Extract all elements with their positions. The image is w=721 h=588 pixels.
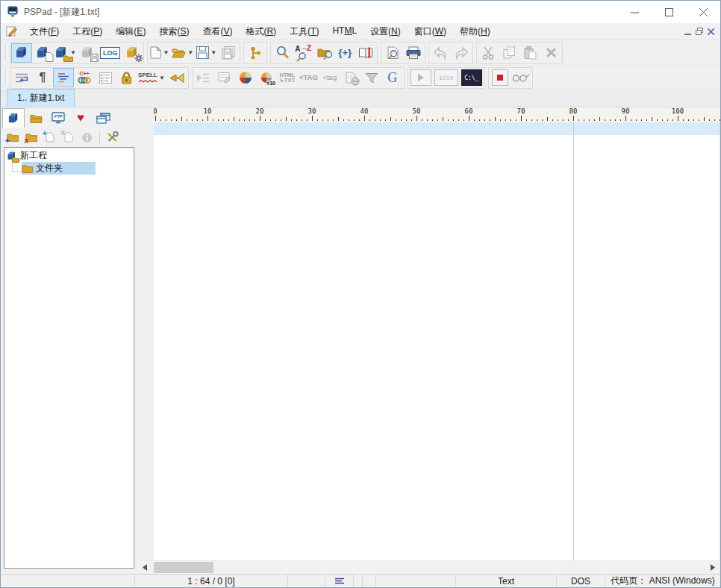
tree-item-folder[interactable]: 文件夹	[4, 162, 134, 175]
save-project-button[interactable]	[78, 43, 99, 63]
document-tab-active[interactable]: 1.. 新建1.txt	[7, 89, 75, 107]
panel-settings-button[interactable]	[104, 129, 121, 146]
scroll-right-arrow[interactable]	[706, 561, 720, 574]
log-button[interactable]: LOG	[99, 43, 122, 63]
copy-button[interactable]	[499, 43, 519, 63]
undo-button[interactable]	[430, 43, 451, 63]
plus-icon: +	[5, 137, 10, 145]
selected-tree-row[interactable]: 文件夹	[22, 162, 96, 175]
goto-braces-button[interactable]: {+}	[334, 43, 355, 63]
save-all-button[interactable]	[218, 43, 239, 63]
color-code-button[interactable]: #10	[256, 68, 277, 87]
maximize-button[interactable]	[652, 1, 686, 23]
record-icon	[497, 75, 503, 81]
close-button[interactable]	[686, 1, 720, 23]
sidebar-tab-favorites[interactable]: ♥	[69, 108, 92, 128]
lines-icon	[334, 578, 345, 584]
mdi-restore-icon[interactable]	[696, 28, 703, 35]
dropdown-arrow-icon: ▼	[210, 49, 216, 56]
project-settings-button[interactable]	[122, 43, 143, 63]
toolbar-grip[interactable]	[5, 69, 7, 86]
add-file-button[interactable]: +	[41, 129, 58, 146]
html-to-text-button[interactable]: HTML ↳TXT	[277, 68, 298, 87]
search-in-files-button[interactable]	[313, 43, 334, 63]
color-picker-button[interactable]	[235, 68, 256, 87]
sidebar-tab-files[interactable]	[25, 108, 47, 128]
highlighter-select-button[interactable]: C++	[74, 68, 95, 87]
code-explorer-button[interactable]	[245, 43, 266, 63]
new-file-button[interactable]: ▼	[149, 43, 170, 63]
binary-view-button[interactable]: 1010	[433, 68, 460, 87]
horizontal-scrollbar[interactable]	[137, 560, 720, 574]
text-editor[interactable]	[154, 122, 720, 560]
google-search-button[interactable]: G	[382, 68, 403, 87]
ruler-number: 0	[154, 107, 157, 115]
console-label: C:\_	[464, 75, 478, 81]
page-globe-button[interactable]	[340, 68, 361, 87]
mdi-close-icon[interactable]	[708, 28, 714, 35]
search-button[interactable]	[272, 43, 293, 63]
menu-item-project[interactable]: 工程(P)	[66, 24, 109, 40]
cut-button[interactable]	[478, 43, 499, 63]
spell-check-button[interactable]: SPELL ▼	[137, 68, 166, 87]
save-file-button[interactable]: ▼	[195, 43, 218, 63]
scroll-thumb[interactable]	[154, 562, 213, 573]
status-bar: 1 : 64 / 0 [0] Text DOS 代码页： ANSI (Windo…	[1, 574, 720, 587]
mdi-minimize-icon[interactable]	[684, 28, 691, 35]
indent-button[interactable]	[193, 68, 214, 87]
letter-z: Z	[307, 44, 311, 52]
menu-item-tools[interactable]: 工具(T)	[283, 24, 325, 40]
menu-item-search[interactable]: 搜索(S)	[152, 24, 196, 40]
filter-funnel-button[interactable]	[361, 68, 382, 87]
window-title: PSPad - [新建1.txt]	[24, 6, 617, 19]
replace-button[interactable]: A → Z	[293, 43, 313, 63]
scroll-left-arrow[interactable]	[138, 561, 152, 574]
redo-button[interactable]	[451, 43, 472, 63]
menu-item-edit[interactable]: 编辑(E)	[109, 24, 152, 40]
status-codepage[interactable]: 代码页： ANSI (Windows)	[605, 575, 720, 587]
project-add-file-button[interactable]	[32, 43, 53, 63]
status-line-ending[interactable]: DOS	[557, 575, 605, 587]
toolbar-main: ▼ LOG ▼ ▼	[1, 40, 720, 66]
remove-file-button[interactable]: x	[60, 129, 77, 146]
delete-button[interactable]	[540, 43, 561, 63]
tag-lowercase-button[interactable]: <tag	[319, 68, 340, 87]
reformat-button[interactable]	[214, 68, 235, 87]
stay-on-top-pin-button[interactable]	[166, 68, 187, 87]
menu-item-window[interactable]: 窗口(W)	[408, 24, 453, 40]
show-formatting-button[interactable]: ¶	[32, 68, 53, 87]
menu-item-format[interactable]: 格式(R)	[239, 24, 283, 40]
menu-item-html[interactable]: HTML	[325, 24, 363, 40]
run-script-button[interactable]	[409, 68, 433, 87]
menu-item-view[interactable]: 查看(V)	[196, 24, 239, 40]
read-only-lock-button[interactable]	[116, 68, 137, 87]
record-macro-button[interactable]	[490, 68, 511, 87]
sidebar-tab-ftp[interactable]: FTP	[47, 108, 69, 128]
open-project-button[interactable]: ▼	[53, 43, 78, 63]
print-preview-button[interactable]	[382, 43, 403, 63]
macro-group	[488, 67, 533, 89]
status-highlighter[interactable]: Text	[456, 575, 557, 587]
add-folder-button[interactable]: +	[4, 129, 21, 146]
tag-uppercase-button[interactable]: <TAG	[298, 68, 319, 87]
sidebar-tab-project[interactable]	[2, 108, 25, 128]
menu-item-settings[interactable]: 设置(N)	[363, 24, 408, 40]
paste-button[interactable]	[519, 43, 540, 63]
info-button[interactable]	[78, 129, 96, 146]
new-project-button[interactable]	[11, 43, 32, 63]
word-wrap-button[interactable]	[11, 68, 32, 87]
console-button[interactable]: C:\_	[460, 68, 484, 87]
syntax-highlight-button[interactable]	[53, 68, 74, 87]
menu-item-file[interactable]: 文件(F)	[23, 24, 66, 40]
print-button[interactable]	[403, 43, 424, 63]
bookmarks-book-button[interactable]	[355, 43, 376, 63]
line-numbers-button[interactable]	[95, 68, 116, 87]
minimize-button[interactable]	[617, 1, 652, 23]
toolbar-grip[interactable]	[5, 45, 7, 61]
preview-glasses-button[interactable]	[511, 68, 531, 87]
menu-item-help[interactable]: 帮助(H)	[453, 24, 497, 40]
remove-folder-button[interactable]: x	[22, 129, 40, 146]
open-file-button[interactable]: ▼	[170, 43, 195, 63]
sidebar-tab-windows[interactable]	[92, 108, 114, 128]
tree-item-project[interactable]: 新工程	[4, 149, 134, 162]
